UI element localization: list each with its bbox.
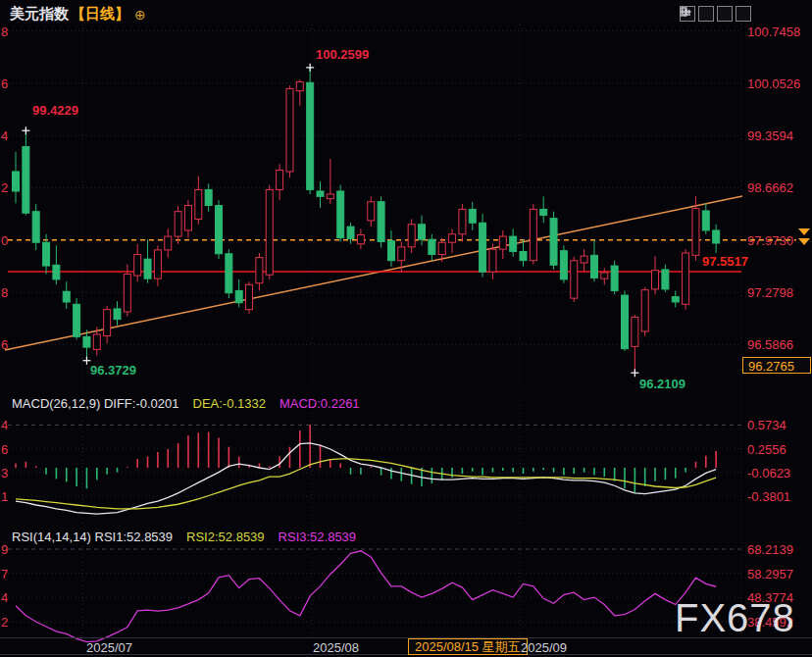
exit-chart-icon[interactable] — [736, 6, 751, 22]
price-marker-overlay — [0, 0, 812, 657]
titlebar: 美元指数 【日线】 ⊕ — [10, 5, 146, 24]
y-axis-zoom-icon[interactable] — [717, 6, 733, 22]
chart-window: 美元指数 【日线】 ⊕ 100.7458100.052699.359498.66… — [0, 0, 812, 657]
x-axis-zoom-icon[interactable] — [698, 6, 714, 22]
chart-toolbar — [680, 6, 751, 22]
period-tag: 【日线】 — [71, 5, 129, 24]
instrument-title: 美元指数 — [10, 5, 69, 24]
expand-icon[interactable]: ⊕ — [134, 7, 146, 23]
watermark: FX678 — [675, 596, 795, 640]
